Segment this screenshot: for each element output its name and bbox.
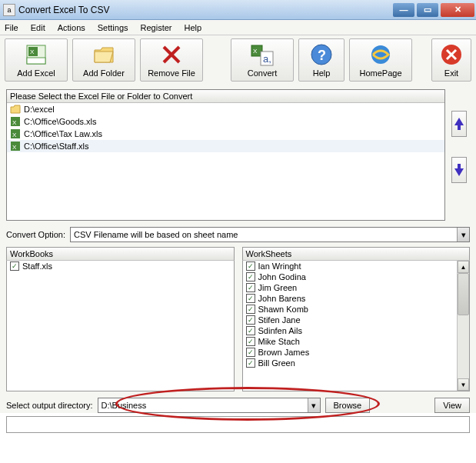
- convert-icon: Xa,: [250, 42, 275, 67]
- checkbox-checked-icon[interactable]: ✓: [246, 305, 255, 314]
- worksheet-item[interactable]: ✓Mike Stach: [243, 336, 470, 347]
- view-button[interactable]: View: [434, 398, 470, 413]
- workbook-item[interactable]: ✓ Staff.xls: [7, 261, 234, 271]
- menu-register[interactable]: Register: [139, 22, 174, 34]
- remove-icon: [159, 42, 184, 67]
- checkbox-checked-icon[interactable]: ✓: [246, 337, 255, 346]
- convert-button[interactable]: Xa, Convert: [231, 38, 294, 82]
- checkbox-checked-icon[interactable]: ✓: [246, 294, 255, 303]
- checkbox-checked-icon[interactable]: ✓: [246, 315, 255, 325]
- checkbox-checked-icon[interactable]: ✓: [246, 348, 255, 357]
- worksheet-label: Brown James: [258, 348, 310, 357]
- output-path: D:\Business: [102, 401, 147, 410]
- toolbar: X Add Excel Add Folder Remove File Xa, C…: [0, 35, 476, 85]
- output-row: Select output directory: D:\Business ▾ B…: [0, 393, 476, 413]
- worksheet-label: Shawn Komb: [258, 305, 308, 314]
- move-up-button[interactable]: [451, 111, 467, 137]
- svg-text:X: X: [12, 132, 17, 138]
- worksheet-item[interactable]: ✓John Godina: [243, 271, 470, 282]
- homepage-button[interactable]: HomePage: [349, 38, 412, 82]
- worksheet-label: Mike Stach: [258, 337, 300, 346]
- worksheet-label: Jim Green: [258, 283, 298, 292]
- menu-edit[interactable]: Edit: [29, 22, 47, 34]
- file-row[interactable]: D:\excel: [7, 103, 444, 115]
- worksheet-item[interactable]: ✓Ian Wringht: [243, 261, 470, 271]
- file-list[interactable]: D:\excel X C:\Office\Goods.xls X C:\Offi…: [7, 103, 444, 220]
- worksheet-item[interactable]: ✓Shawn Komb: [243, 304, 470, 315]
- file-list-header: Please Select the Excel File or Folder t…: [7, 90, 444, 103]
- convert-option-row: Convert Option: CSV Filename will be bas…: [6, 227, 470, 242]
- main-area: Please Select the Excel File or Folder t…: [0, 85, 476, 393]
- toolbar-label: Remove File: [148, 68, 195, 78]
- toolbar-label: Add Excel: [17, 68, 55, 78]
- workbooks-list[interactable]: ✓ Staff.xls: [6, 261, 235, 391]
- worksheet-label: John Barens: [258, 294, 306, 303]
- worksheet-item[interactable]: ✓Stifen Jane: [243, 315, 470, 325]
- move-down-button[interactable]: [451, 157, 467, 183]
- scroll-down-icon[interactable]: ▼: [458, 378, 469, 391]
- add-excel-button[interactable]: X Add Excel: [5, 38, 68, 82]
- checkbox-checked-icon[interactable]: ✓: [246, 272, 255, 281]
- help-icon: ?: [309, 42, 334, 67]
- maximize-button[interactable]: ▭: [417, 3, 438, 17]
- worksheets-column: WorkSheets ✓Ian Wringht✓John Godina✓Jim …: [242, 247, 471, 391]
- worksheet-label: Bill Green: [258, 358, 295, 368]
- window-controls: — ▭ ✕: [393, 3, 474, 17]
- menu-file[interactable]: File: [3, 22, 20, 34]
- worksheet-item[interactable]: ✓Jim Green: [243, 282, 470, 293]
- toolbar-label: HomePage: [359, 68, 401, 78]
- checkbox-checked-icon[interactable]: ✓: [246, 261, 255, 271]
- svg-text:?: ?: [318, 48, 326, 63]
- menu-help[interactable]: Help: [183, 22, 204, 34]
- worksheet-item[interactable]: ✓Sdinfen Ails: [243, 325, 470, 336]
- scrollbar[interactable]: ▲ ▼: [457, 261, 469, 391]
- help-button[interactable]: ? Help: [298, 38, 345, 82]
- svg-rect-3: [27, 58, 45, 64]
- excel-file-icon: X: [24, 42, 48, 67]
- toolbar-label: Help: [313, 68, 331, 78]
- svg-text:X: X: [12, 119, 17, 126]
- folder-icon: [92, 42, 116, 67]
- add-folder-button[interactable]: Add Folder: [72, 38, 135, 82]
- worksheets-list[interactable]: ✓Ian Wringht✓John Godina✓Jim Green✓John …: [242, 261, 471, 391]
- checkbox-checked-icon[interactable]: ✓: [246, 283, 255, 292]
- checkbox-checked-icon[interactable]: ✓: [10, 261, 19, 271]
- worksheet-item[interactable]: ✓Brown James: [243, 347, 470, 358]
- workbooks-column: WorkBooks ✓ Staff.xls: [6, 247, 235, 391]
- worksheet-item[interactable]: ✓John Barens: [243, 293, 470, 304]
- close-button[interactable]: ✕: [441, 3, 474, 17]
- title-bar: a Convert Excel To CSV — ▭ ✕: [0, 0, 476, 20]
- app-icon: a: [3, 4, 15, 16]
- convert-option-combo[interactable]: CSV Filename will be based on sheet name…: [70, 227, 470, 242]
- worksheet-label: Ian Wringht: [258, 261, 301, 271]
- workbook-label: Staff.xls: [22, 261, 52, 271]
- file-row[interactable]: X C:\Office\Goods.xls: [7, 115, 444, 128]
- svg-text:X: X: [30, 48, 35, 55]
- checkbox-checked-icon[interactable]: ✓: [246, 358, 255, 368]
- file-row[interactable]: X C:\Office\Staff.xls: [7, 140, 444, 152]
- menu-actions[interactable]: Actions: [56, 22, 87, 34]
- file-path: C:\Office\Goods.xls: [24, 117, 97, 126]
- checkbox-checked-icon[interactable]: ✓: [246, 326, 255, 335]
- exit-icon: [439, 42, 464, 67]
- file-path: D:\excel: [24, 105, 55, 114]
- svg-text:X: X: [12, 144, 17, 151]
- scroll-up-icon[interactable]: ▲: [458, 261, 469, 273]
- worksheet-label: Sdinfen Ails: [258, 326, 302, 335]
- exit-button[interactable]: Exit: [431, 38, 471, 82]
- output-path-combo[interactable]: D:\Business ▾: [98, 398, 321, 413]
- toolbar-label: Add Folder: [83, 68, 125, 78]
- file-row[interactable]: X C:\Office\Tax Law.xls: [7, 128, 444, 140]
- reorder-arrows: [451, 111, 467, 183]
- minimize-button[interactable]: —: [393, 3, 414, 17]
- svg-text:X: X: [253, 48, 258, 55]
- convert-option-label: Convert Option:: [6, 230, 65, 239]
- worksheet-item[interactable]: ✓Bill Green: [243, 358, 470, 368]
- browse-button[interactable]: Browse: [325, 398, 371, 413]
- file-list-panel: Please Select the Excel File or Folder t…: [6, 89, 445, 221]
- menu-settings[interactable]: Settings: [96, 22, 130, 34]
- xls-small-icon: X: [10, 141, 21, 152]
- output-label: Select output directory:: [6, 401, 93, 410]
- scroll-thumb[interactable]: [458, 273, 469, 315]
- remove-file-button[interactable]: Remove File: [140, 38, 203, 82]
